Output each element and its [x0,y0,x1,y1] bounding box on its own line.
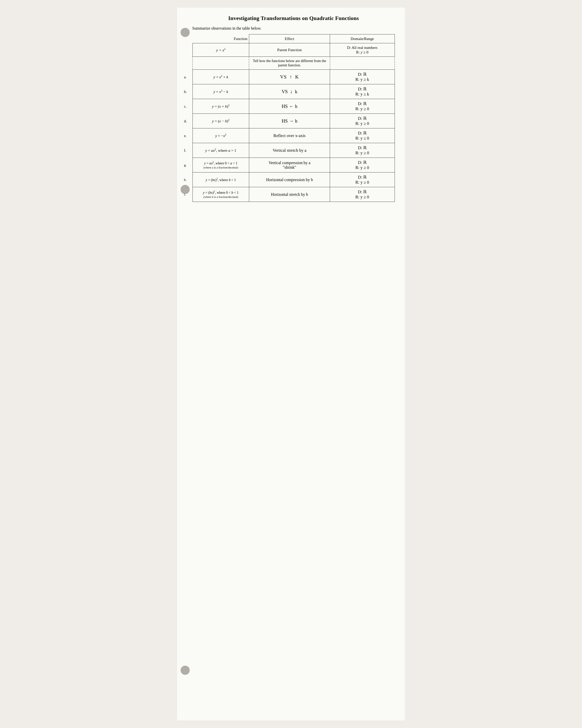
table-row-d: d. y = (x − h)2 HS → h D: ℝR: y ≥ 0 [192,114,395,128]
instructions: Summarize observations in the table belo… [192,26,395,31]
parent-function-cell: y = x2 [192,43,249,57]
instruction-text: Tell how the functions below are differe… [253,59,326,67]
row-label-f: f. [184,148,186,153]
domain-cell-a: D: ℝR: y ≥ k [330,70,395,84]
table-row-i: i. y = (bx)2, where 0 < b < 1 (where b i… [192,187,395,202]
effect-cell-b: VS ↓ k [249,84,330,99]
effect-cell-f: Vertical stretch by a [249,143,330,158]
domain-cell-c: D: ℝR: y ≥ 0 [330,99,395,114]
row-label-e: e. [184,133,187,138]
domain-cell-d: D: ℝR: y ≥ 0 [330,114,395,128]
domain-cell-e: D: ℝR: y ≤ 0 [330,128,395,143]
row-label-g: g. [184,163,187,167]
domain-cell-h: D: ℝR: y ≥ 0 [330,173,395,187]
function-cell-h: h. y = (bx)2, where b > 1 [192,173,249,187]
hole-punch-1 [181,28,190,37]
effect-cell-e: Reflect over x-axis [249,128,330,143]
instruction-domain-cell [330,57,395,70]
parent-effect-cell: Parent Function [249,43,330,57]
effect-cell-a: VS ↑ K [249,70,330,84]
instruction-function-cell [192,57,249,70]
domain-cell-g: D: ℝR: y ≥ 0 [330,158,395,173]
row-label-b: b. [184,89,187,94]
function-cell-a: a. y = x2 + k [192,70,249,84]
table-row-h: h. y = (bx)2, where b > 1 Horizontal com… [192,173,395,187]
function-cell-g: g. y = ax2, where 0 < a < 1 (where a is … [192,158,249,173]
table-row-e: e. y = −x2 Reflect over x-axis D: ℝR: y … [192,128,395,143]
row-label-a: a. [184,75,187,79]
function-cell-d: d. y = (x − h)2 [192,114,249,128]
parent-domain-text: D: All real numbersR: y ≥ 0 [347,45,377,54]
instruction-row: Tell how the functions below are differe… [192,57,395,70]
domain-cell-i: D: ℝR: y ≥ 0 [330,187,395,202]
instruction-effect-cell: Tell how the functions below are differe… [249,57,330,70]
effect-cell-i: Horizontal stretch by b [249,187,330,202]
effect-cell-c: HS ← h [249,99,330,114]
effect-cell-d: HS → h [249,114,330,128]
row-label-i: i. [184,192,186,197]
page: Investigating Transformations on Quadrat… [177,8,405,720]
domain-cell-b: D: ℝR: y ≥ k [330,84,395,99]
header-domain: Domain/Range [330,34,395,43]
effect-cell-g: Vertical compression by a"shrink" [249,158,330,173]
table-row-b: b. y = x2 − k VS ↓ k D: ℝR: y ≥ k [192,84,395,99]
effect-cell-h: Horizontal compression by b [249,173,330,187]
header-function: Function [192,34,249,43]
function-cell-f: f. y = ax2, where a > 1 [192,143,249,158]
function-cell-e: e. y = −x2 [192,128,249,143]
row-label-c: c. [184,104,187,108]
function-cell-c: c. y = (x + h)2 [192,99,249,114]
table-row-c: c. y = (x + h)2 HS ← h D: ℝR: y ≥ 0 [192,99,395,114]
table-row-f: f. y = ax2, where a > 1 Vertical stretch… [192,143,395,158]
row-label-h: h. [184,178,187,182]
parent-domain-cell: D: All real numbersR: y ≥ 0 [330,43,395,57]
parent-function-row: y = x2 Parent Function D: All real numbe… [192,43,395,57]
function-cell-b: b. y = x2 − k [192,84,249,99]
domain-cell-f: D: ℝR: y ≥ 0 [330,143,395,158]
parent-function-math: y = x2 [216,48,226,52]
hole-punch-3 [181,666,190,675]
table-header-row: Function Effect Domain/Range [192,34,395,43]
function-cell-i: i. y = (bx)2, where 0 < b < 1 (where b i… [192,187,249,202]
main-table: Function Effect Domain/Range y = x2 Pare… [192,34,395,202]
table-row-a: a. y = x2 + k VS ↑ K D: ℝR: y ≥ k [192,70,395,84]
header-effect: Effect [249,34,330,43]
page-title: Investigating Transformations on Quadrat… [192,15,395,22]
row-label-d: d. [184,119,187,123]
table-row-g: g. y = ax2, where 0 < a < 1 (where a is … [192,158,395,173]
